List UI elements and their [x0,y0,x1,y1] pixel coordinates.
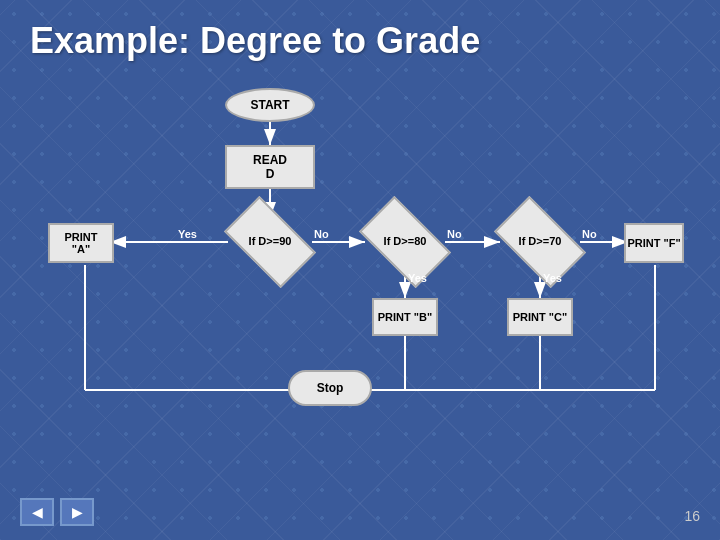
print-a-shape: PRINT "A" [48,223,114,263]
next-button[interactable]: ▶ [60,498,94,526]
yes-label-90: Yes [178,228,197,240]
flowchart-arrows [30,80,690,500]
stop-shape: Stop [288,370,372,406]
nav-buttons: ◀ ▶ [20,498,94,526]
if-70-shape: If D>=70 [498,210,582,274]
page-number: 16 [684,508,700,524]
yes-label-70: Yes [543,272,562,284]
slide-title: Example: Degree to Grade [30,20,690,62]
read-shape: READ D [225,145,315,189]
no-label-90: No [314,228,329,240]
yes-label-80: Yes [408,272,427,284]
print-f-shape: PRINT "F" [624,223,684,263]
prev-button[interactable]: ◀ [20,498,54,526]
flowchart: START READ D PRINT "A" If D>=90 If D>=80… [30,80,690,500]
print-c-shape: PRINT "C" [507,298,573,336]
if-90-shape: If D>=90 [228,210,312,274]
start-shape: START [225,88,315,122]
print-b-shape: PRINT "B" [372,298,438,336]
if-80-shape: If D>=80 [363,210,447,274]
no-label-70: No [582,228,597,240]
no-label-80: No [447,228,462,240]
slide-container: Example: Degree to Grade [0,0,720,540]
